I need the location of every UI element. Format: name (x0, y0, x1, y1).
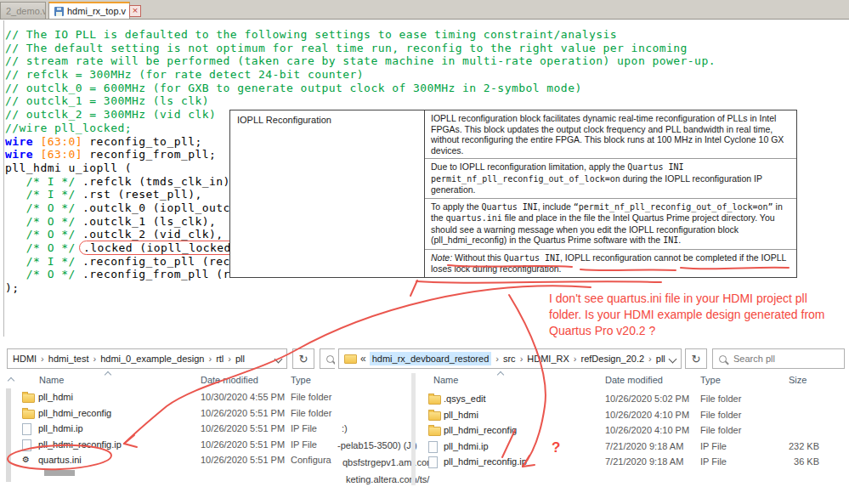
breadcrumb-overflow[interactable]: « (360, 353, 366, 365)
file-name: pll_hdmi_reconfig (38, 408, 111, 418)
search-icon (719, 355, 727, 363)
address-bar[interactable]: « hdmi_rx_devboard_restored›src›HDMI_RX›… (338, 348, 682, 369)
file-date: 7/21/2020 9:18 AM (605, 441, 683, 451)
file-icon (428, 456, 438, 468)
breadcrumb-separator: › (574, 354, 577, 364)
file-row[interactable]: pll_hdmi.ip7/21/2020 9:18 AMIP File232 K… (335, 439, 849, 455)
search-icon (326, 355, 334, 363)
file-row[interactable]: ⚙quartus.ini10/26/2020 5:51 PMConfigura (0, 453, 335, 468)
address-bar[interactable]: HDMI›hdmi_test›hdmi_0_example_design›rtl… (7, 348, 287, 369)
file-name: pll_hdmi_reconfig (444, 425, 517, 435)
breadcrumb-item[interactable]: refDesign_20.2 (580, 354, 644, 364)
file-type: File folder (700, 410, 741, 420)
sort-chevron-icon (8, 377, 14, 384)
file-name: quartus.ini (38, 455, 82, 465)
file-name: pll_hdmi.ip (444, 441, 489, 451)
code-line: // The default setting is not optimum fo… (5, 42, 716, 55)
file-date: 10/30/2020 4:55 PM (201, 392, 285, 402)
breadcrumb-item[interactable]: pll (235, 354, 245, 364)
breadcrumb-item[interactable]: HDMI_RX (527, 354, 569, 364)
file-date: 7/21/2020 9:18 AM (605, 456, 683, 467)
ini-icon: ⚙ (22, 455, 30, 465)
breadcrumb: hdmi_rx_devboard_restored›src›HDMI_RX›re… (370, 352, 665, 365)
close-icon[interactable]: × (129, 5, 141, 17)
file-name: pll_hdmi.ip (38, 423, 83, 433)
reviewer-comment: I don't see quartus.ini file in your HDM… (549, 291, 834, 339)
breadcrumb-separator: › (648, 354, 652, 364)
refresh-button[interactable]: ↻ (685, 348, 707, 369)
folder-icon (22, 410, 35, 419)
breadcrumb-item[interactable]: hdmi_test (48, 354, 89, 364)
tab-label: hdmi_rx_top.v (67, 6, 126, 16)
file-row[interactable]: pll_hdmi10/26/2020 4:10 PMFile folder (335, 408, 849, 423)
breadcrumb-item[interactable]: hdmi_0_example_design (100, 354, 204, 364)
column-header-type[interactable]: Type (700, 375, 721, 385)
file-name: .qsys_edit (444, 394, 486, 404)
editor-tab-bar: 2_demo.v × hdmi_rx_top.v × (0, 0, 849, 20)
breadcrumb-item[interactable]: HDMI (13, 354, 37, 364)
doc-table-row: IOPLL reconfiguration block facilitates … (425, 110, 796, 158)
breadcrumb-separator: › (93, 354, 96, 364)
file-date: 10/26/2020 5:51 PM (201, 423, 285, 433)
breadcrumb-separator: › (228, 354, 231, 364)
file-type: IP File (291, 423, 317, 433)
chevron-down-icon[interactable] (275, 354, 283, 363)
search-box[interactable] (320, 348, 335, 369)
tab-2-demo[interactable]: 2_demo.v × (0, 2, 46, 19)
breadcrumb-item[interactable]: pll (656, 354, 665, 364)
folder-icon (22, 394, 35, 403)
file-type: File folder (700, 394, 741, 404)
code-line: // outclk_1 = 300MHz (ls clk) (5, 94, 716, 108)
sort-chevron-icon (497, 371, 504, 378)
iopll-doc-table: IOPLL Reconfiguration IOPLL reconfigurat… (229, 110, 797, 278)
file-date: 10/26/2020 4:10 PM (605, 410, 689, 420)
column-header-name[interactable]: Name (433, 375, 458, 385)
column-header-date[interactable]: Date modified (201, 375, 258, 385)
search-input[interactable] (732, 353, 820, 365)
doc-table-body: IOPLL reconfiguration block facilitates … (425, 110, 796, 277)
file-date: 10/26/2020 5:51 PM (201, 455, 285, 465)
code-line: // outclk_0 = 600MHz (for GXB to generat… (5, 82, 716, 95)
scrollbar-thumb[interactable] (44, 470, 75, 476)
folder-icon (428, 427, 441, 436)
breadcrumb-item[interactable]: src (503, 354, 516, 364)
refresh-button[interactable]: ↻ (292, 348, 314, 369)
file-type: File folder (291, 408, 331, 418)
tab-label: 2_demo.v (6, 6, 46, 16)
breadcrumb-separator: › (520, 354, 524, 364)
column-header-name[interactable]: Name (39, 375, 64, 385)
doc-table-row: Due to IOPLL reconfiguration limitation,… (425, 158, 796, 198)
file-row[interactable]: .qsys_edit10/26/2020 5:02 PMFile folder (335, 392, 849, 407)
file-size: 232 KB (760, 441, 819, 451)
nav-pane-item[interactable]: keting.altera.com/ts/ (346, 474, 429, 484)
doc-table-title: IOPLL Reconfiguration (230, 110, 425, 277)
tab-hdmi-rx-top[interactable]: hdmi_rx_top.v × (48, 2, 130, 19)
file-name: pll_hdmi_reconfig.ip (38, 439, 122, 450)
file-date: 10/26/2020 5:02 PM (605, 394, 689, 404)
breadcrumb-separator: › (495, 354, 499, 364)
file-row[interactable]: pll_hdmi_reconfig.ip7/21/2020 9:18 AMIP … (335, 455, 849, 470)
column-header-size[interactable]: Size (789, 375, 807, 385)
file-icon (22, 423, 31, 435)
save-icon (54, 7, 64, 16)
code-line: // The IO PLL is defaulted to the follow… (5, 28, 716, 42)
breadcrumb-separator: › (41, 354, 44, 364)
file-row[interactable]: pll_hdmi_reconfig10/26/2020 5:51 PMFile … (0, 406, 335, 422)
file-row[interactable]: pll_hdmi_reconfig10/26/2020 4:10 PMFile … (335, 423, 849, 439)
file-row[interactable]: pll_hdmi_reconfig.ip10/26/2020 5:51 PMIP… (0, 438, 335, 453)
breadcrumb-item[interactable]: hdmi_rx_devboard_restored (370, 352, 492, 365)
column-header-date[interactable]: Date modified (605, 375, 663, 385)
file-type: IP File (291, 439, 317, 450)
search-box[interactable] (712, 348, 845, 369)
code-line: // stream rate will be performed (taken … (5, 54, 716, 68)
file-row[interactable]: pll_hdmi.ip10/26/2020 5:51 PMIP File (0, 422, 335, 437)
file-type: Configura (291, 455, 331, 465)
file-row[interactable]: pll_hdmi10/30/2020 4:55 PMFile folder (0, 390, 335, 405)
folder-icon (428, 395, 441, 405)
column-header-type[interactable]: Type (291, 375, 311, 385)
file-type: File folder (700, 425, 741, 435)
breadcrumb-item[interactable]: rtl (216, 354, 224, 364)
chevron-down-icon[interactable] (669, 354, 677, 363)
breadcrumb: HDMI›hdmi_test›hdmi_0_example_design›rtl… (13, 354, 245, 364)
file-name: pll_hdmi_reconfig.ip (444, 456, 527, 467)
